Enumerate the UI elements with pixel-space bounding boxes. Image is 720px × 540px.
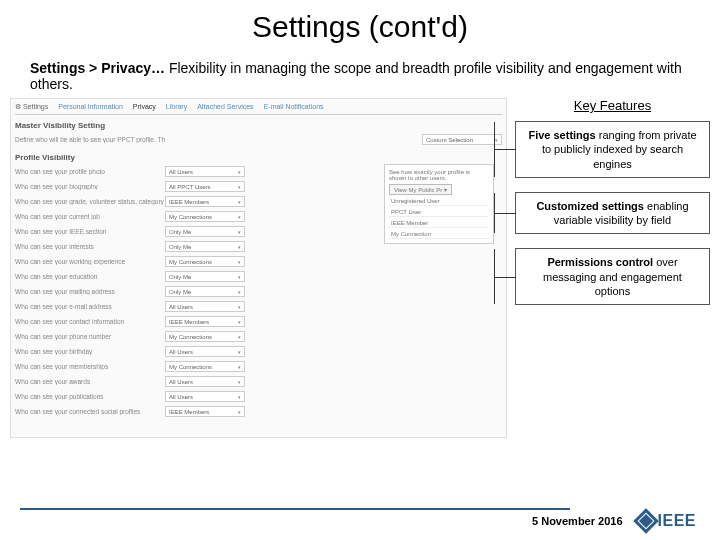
preview-opt[interactable]: My Connection: [389, 230, 489, 239]
feature-box: Permissions control over messaging and e…: [515, 248, 710, 305]
visibility-label: Who can see your working experience: [15, 258, 165, 265]
view-public-button[interactable]: View My Public Pr ▾: [389, 184, 452, 195]
visibility-label: Who can see your birthday: [15, 348, 165, 355]
tab-attached[interactable]: Attached Services: [197, 103, 253, 111]
preview-opt[interactable]: Unregistered User: [389, 197, 489, 206]
tab-library[interactable]: Library: [166, 103, 187, 111]
visibility-label: Who can see your e-mail address: [15, 303, 165, 310]
visibility-row: Who can see your phone numberMy Connecti…: [15, 329, 502, 344]
visibility-select[interactable]: All Users: [165, 376, 245, 387]
preview-opt[interactable]: PPCT User: [389, 208, 489, 217]
visibility-label: Who can see your interests: [15, 243, 165, 250]
visibility-select[interactable]: My Connections: [165, 331, 245, 342]
ieee-logo: IEEE: [637, 512, 696, 530]
visibility-select[interactable]: Only Me: [165, 241, 245, 252]
visibility-label: Who can see your profile photo: [15, 168, 165, 175]
feature-lead: Five settings: [528, 129, 595, 141]
visibility-select[interactable]: All Users: [165, 391, 245, 402]
visibility-label: Who can see your mailing address: [15, 288, 165, 295]
slide-date: 5 November 2016: [532, 515, 623, 527]
visibility-label: Who can see your publications: [15, 393, 165, 400]
privacy-screenshot: ⚙ Settings Personal Information Privacy …: [10, 98, 507, 438]
ieee-diamond-icon: [633, 508, 658, 533]
visibility-row: Who can see your e-mail addressAll Users: [15, 299, 502, 314]
feature-lead: Permissions control: [547, 256, 653, 268]
visibility-label: Who can see your education: [15, 273, 165, 280]
master-visibility-select[interactable]: Custom Selection: [422, 134, 502, 145]
feature-box: Customized settings enabling variable vi…: [515, 192, 710, 235]
visibility-select[interactable]: All PPCT Users: [165, 181, 245, 192]
visibility-row: Who can see your membershipsMy Connectio…: [15, 359, 502, 374]
preview-text: See how exactly your profile is shown to…: [389, 169, 489, 181]
visibility-select[interactable]: Only Me: [165, 286, 245, 297]
visibility-label: Who can see your biography: [15, 183, 165, 190]
subtitle-bold: Settings > Privacy…: [30, 60, 165, 76]
visibility-label: Who can see your current job: [15, 213, 165, 220]
visibility-row: Who can see your awardsAll Users: [15, 374, 502, 389]
visibility-select[interactable]: IEEE Members: [165, 406, 245, 417]
visibility-row: Who can see your working experienceMy Co…: [15, 254, 502, 269]
footer-rule: [20, 508, 570, 510]
visibility-select[interactable]: Only Me: [165, 271, 245, 282]
visibility-row: Who can see your publicationsAll Users: [15, 389, 502, 404]
footer: 5 November 2016 IEEE: [532, 512, 696, 530]
visibility-row: Who can see your birthdayAll Users: [15, 344, 502, 359]
visibility-label: Who can see your grade, volunteer status…: [15, 198, 165, 205]
subtitle: Settings > Privacy… Flexibility in manag…: [0, 52, 720, 94]
tab-settings[interactable]: ⚙ Settings: [15, 103, 48, 111]
ieee-logo-text: IEEE: [658, 512, 696, 530]
master-visibility-sub: Define who will be able to see your PPCT…: [15, 136, 165, 143]
visibility-label: Who can see your connected social profil…: [15, 408, 165, 415]
visibility-label: Who can see your phone number: [15, 333, 165, 340]
tab-email[interactable]: E-mail Notifications: [264, 103, 324, 111]
visibility-select[interactable]: Only Me: [165, 226, 245, 237]
visibility-select[interactable]: IEEE Members: [165, 316, 245, 327]
visibility-label: Who can see your memberships: [15, 363, 165, 370]
visibility-label: Who can see your contact information: [15, 318, 165, 325]
key-features-head: Key Features: [515, 98, 710, 113]
feature-box: Five settings ranging from private to pu…: [515, 121, 710, 178]
key-features-column: Key Features Five settings ranging from …: [515, 98, 710, 438]
visibility-label: Who can see your IEEE section: [15, 228, 165, 235]
preview-box: See how exactly your profile is shown to…: [384, 164, 494, 244]
profile-visibility-head: Profile Visibility: [15, 153, 502, 162]
visibility-select[interactable]: All Users: [165, 166, 245, 177]
visibility-label: Who can see your awards: [15, 378, 165, 385]
visibility-row: Who can see your connected social profil…: [15, 404, 502, 419]
visibility-select[interactable]: All Users: [165, 346, 245, 357]
tab-privacy[interactable]: Privacy: [133, 103, 156, 111]
feature-lead: Customized settings: [536, 200, 644, 212]
visibility-select[interactable]: My Connections: [165, 211, 245, 222]
visibility-select[interactable]: All Users: [165, 301, 245, 312]
visibility-select[interactable]: My Connections: [165, 361, 245, 372]
visibility-row: Who can see your educationOnly Me: [15, 269, 502, 284]
visibility-select[interactable]: IEEE Members: [165, 196, 245, 207]
master-visibility-head: Master Visibility Setting: [15, 121, 502, 130]
visibility-select[interactable]: My Connections: [165, 256, 245, 267]
settings-tabs: ⚙ Settings Personal Information Privacy …: [15, 103, 502, 115]
tab-personal[interactable]: Personal Information: [58, 103, 123, 111]
slide-title: Settings (cont'd): [0, 0, 720, 52]
visibility-row: Who can see your mailing addressOnly Me: [15, 284, 502, 299]
preview-opt[interactable]: IEEE Member: [389, 219, 489, 228]
visibility-row: Who can see your contact informationIEEE…: [15, 314, 502, 329]
